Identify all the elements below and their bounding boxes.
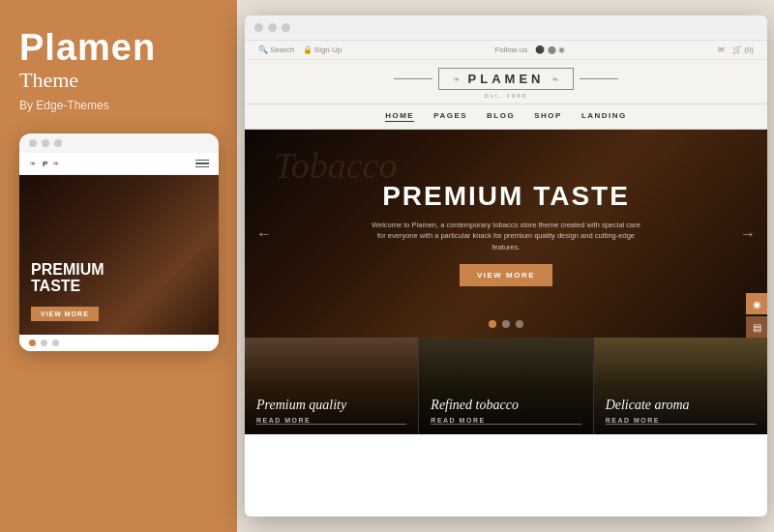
social-icons: ⚫ ⬤ ◉	[535, 45, 564, 54]
hero-cta-button[interactable]: VIEW MORE	[460, 264, 552, 286]
mobile-slide-dots	[19, 335, 219, 351]
brand-title: Plamen	[19, 29, 156, 66]
mobile-hero-title: PREMIUMTASTE	[31, 261, 207, 295]
hero-dot-2[interactable]	[502, 320, 510, 328]
hero-slide-dots	[489, 320, 523, 328]
feature-card-1: Premium quality READ MORE	[245, 338, 419, 434]
site-hero: Tobacco PREMIUM TASTE Welcome to Plamen,…	[245, 130, 767, 338]
mobile-dot-3	[54, 139, 62, 147]
right-panel: 🔍 Search 🔒 Sign Up Follow us ⚫ ⬤ ◉ ✉ 🛒 (…	[237, 0, 774, 532]
browser-dot-1	[254, 23, 263, 32]
mobile-dot-2	[42, 139, 49, 147]
side-btn-2[interactable]: ▤	[746, 316, 767, 338]
mobile-hero: PREMIUMTASTE VIEW MORE	[19, 175, 219, 335]
mobile-logo-area: ❧ P ❧	[29, 159, 62, 168]
mobile-slide-dot-2[interactable]	[41, 340, 47, 346]
site-logo-area: ❧ PLAMEN ❧ Est. 1960	[245, 60, 767, 104]
nav-home[interactable]: HOME	[385, 111, 414, 122]
signup-link[interactable]: 🔒 Sign Up	[303, 45, 342, 54]
brand-subtitle: Theme	[19, 68, 78, 93]
mobile-logo-deco: ❧	[29, 159, 39, 168]
feature-card-3-title: Delicate aroma	[606, 398, 756, 413]
mobile-logo-deco-right: ❧	[52, 159, 62, 168]
hero-arrow-left-icon[interactable]: ←	[256, 225, 272, 243]
mobile-top-bar	[19, 133, 219, 153]
browser-dot-2	[268, 23, 277, 32]
site-logo-border: ❧ PLAMEN ❧	[438, 68, 575, 90]
site-logo-est: Est. 1960	[245, 92, 767, 100]
mobile-slide-dot-3[interactable]	[52, 340, 59, 346]
site-header: 🔍 Search 🔒 Sign Up Follow us ⚫ ⬤ ◉ ✉ 🛒 (…	[245, 41, 767, 130]
feature-card-2-title: Refined tobacco	[431, 398, 580, 413]
feature-card-3: Delicate aroma READ MORE	[594, 338, 767, 434]
nav-blog[interactable]: BLOG	[487, 111, 515, 122]
mobile-slide-dot-1[interactable]	[29, 340, 36, 346]
logo-flourish-left: ❧	[453, 74, 461, 84]
browser-chrome	[245, 15, 767, 41]
nav-pages[interactable]: PAGES	[433, 111, 467, 122]
logo-line-right	[580, 78, 618, 79]
hero-dot-1[interactable]	[489, 320, 496, 328]
browser-window: 🔍 Search 🔒 Sign Up Follow us ⚫ ⬤ ◉ ✉ 🛒 (…	[245, 15, 767, 517]
browser-dot-3	[282, 23, 290, 32]
site-nav: HOME PAGES BLOG SHOP LANDING	[245, 104, 767, 129]
hero-sub-text: Welcome to Plamen, a contemporary tobacc…	[371, 220, 641, 252]
site-logo-deco: ❧ PLAMEN ❧	[245, 68, 767, 90]
search-link[interactable]: 🔍 Search	[258, 45, 295, 54]
mobile-preview: ❧ P ❧ PREMIUMTASTE VIEW MORE	[19, 133, 219, 351]
feature-card-2: Refined tobacco READ MORE	[419, 338, 593, 434]
hero-dot-3[interactable]	[516, 320, 523, 328]
site-logo-text: PLAMEN	[468, 72, 545, 86]
follow-us-text: Follow us	[494, 45, 527, 54]
logo-flourish-right: ❧	[551, 74, 559, 84]
logo-line-left	[394, 78, 432, 79]
mobile-logo-text: P	[43, 160, 48, 168]
brand-by: By Edge-Themes	[19, 99, 109, 112]
feature-cards: Premium quality READ MORE Refined tobacc…	[245, 338, 767, 434]
site-top-bar-right: ✉ 🛒 (0)	[718, 45, 754, 54]
email-icon[interactable]: ✉	[718, 45, 725, 54]
site-top-bar: 🔍 Search 🔒 Sign Up Follow us ⚫ ⬤ ◉ ✉ 🛒 (…	[245, 41, 767, 60]
hero-main-title: PREMIUM TASTE	[371, 181, 641, 212]
hero-arrow-right-icon[interactable]: →	[740, 225, 756, 243]
mobile-hero-text: PREMIUMTASTE VIEW MORE	[31, 261, 207, 321]
mobile-dot-1	[29, 139, 37, 147]
feature-card-3-link[interactable]: READ MORE	[606, 417, 756, 425]
feature-card-1-link[interactable]: READ MORE	[256, 417, 406, 425]
cart-icon[interactable]: 🛒 (0)	[732, 45, 754, 54]
site-top-bar-center: Follow us ⚫ ⬤ ◉	[494, 45, 564, 54]
mobile-nav-bar: ❧ P ❧	[19, 153, 219, 175]
feature-card-1-title: Premium quality	[256, 398, 406, 413]
nav-landing[interactable]: LANDING	[581, 111, 627, 122]
left-panel: Plamen Theme By Edge-Themes ❧ P ❧ PREMIU…	[0, 0, 237, 532]
site-top-bar-left: 🔍 Search 🔒 Sign Up	[258, 45, 342, 54]
mobile-hero-cta[interactable]: VIEW MORE	[31, 307, 99, 321]
mobile-hamburger-icon[interactable]	[195, 160, 209, 168]
side-btn-1[interactable]: ◉	[746, 293, 767, 314]
right-side-buttons: ◉ ▤	[746, 293, 767, 338]
hero-content: PREMIUM TASTE Welcome to Plamen, a conte…	[371, 181, 641, 286]
nav-shop[interactable]: SHOP	[534, 111, 562, 122]
feature-card-2-link[interactable]: READ MORE	[431, 417, 580, 425]
